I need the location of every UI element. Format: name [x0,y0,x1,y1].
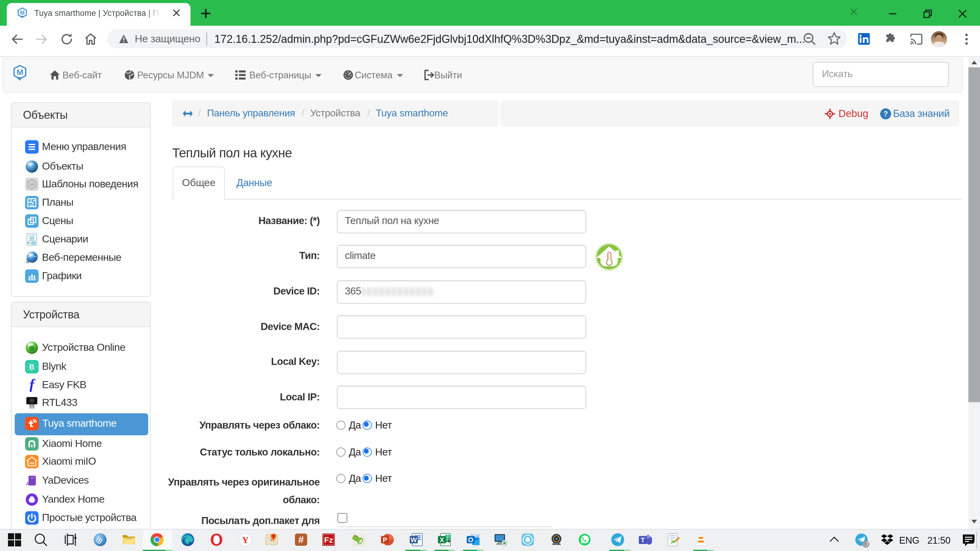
svg-text:Fz: Fz [324,535,333,545]
svg-text:M: M [20,10,24,16]
svg-text:W: W [410,536,417,544]
svg-text:B: B [29,362,34,371]
svg-text:f: f [29,378,35,392]
svg-text:O: O [468,536,473,544]
svg-text:Y: Y [242,535,248,545]
svg-text:M: M [16,68,23,77]
svg-text:mi: mi [29,461,34,465]
svg-text:M: M [30,181,34,187]
svg-text:..7: ..7 [862,541,869,547]
svg-text:X: X [439,536,444,544]
svg-text:?: ? [883,110,888,118]
svg-text:#: # [298,534,304,545]
svg-text:P: P [382,536,387,544]
svg-text:T: T [641,536,645,544]
